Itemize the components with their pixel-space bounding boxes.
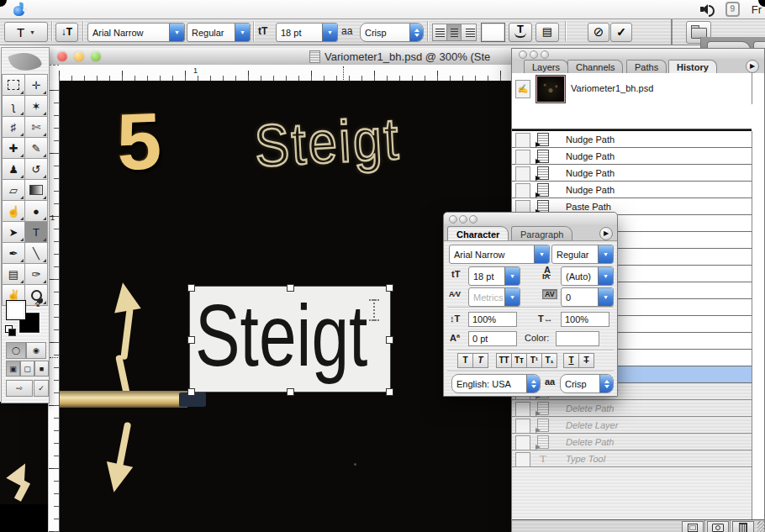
commit-edits-button[interactable]: ✓ [610, 23, 632, 42]
palette-menu-button[interactable]: ▶ [746, 60, 759, 73]
transform-handle[interactable] [386, 336, 393, 344]
leading-select[interactable]: (Auto)▼ [561, 266, 614, 286]
dropdown-arrow-icon[interactable]: ▼ [534, 245, 549, 263]
font-style-select[interactable]: Regular▼ [187, 23, 251, 42]
history-state-17[interactable]: T Delete Layer [512, 417, 752, 434]
tool-rectangular-marquee[interactable] [2, 74, 25, 96]
apple-menu-icon[interactable] [13, 3, 25, 16]
horizontal-scale-field[interactable]: 100% [561, 312, 609, 327]
faux-bold-button[interactable]: T [457, 353, 473, 368]
standard-mode-button[interactable]: ◯ [6, 342, 26, 359]
default-colors-icon[interactable] [5, 325, 15, 335]
all-caps-button[interactable]: TT [496, 353, 512, 368]
vertical-scale-field[interactable]: 100% [468, 312, 517, 327]
warp-text-button[interactable]: T [509, 23, 532, 42]
tool-clone-stamp[interactable]: ♟ [2, 158, 25, 180]
dropdown-arrow-icon[interactable]: ▼ [169, 24, 184, 41]
foreground-color-swatch[interactable] [6, 300, 26, 320]
type-edit-selection[interactable]: Steigt [190, 287, 390, 392]
vertical-ruler[interactable]: 1 [49, 81, 60, 532]
history-brush-well[interactable] [515, 452, 530, 467]
small-caps-button[interactable]: Tᴛ [511, 353, 527, 368]
tool-preset-picker[interactable]: T▼ [4, 22, 48, 42]
palette-menu-button[interactable]: ▶ [599, 227, 613, 240]
fullscreen-menubar-button[interactable]: ▢ [20, 361, 34, 377]
antialias-select[interactable]: Crisp [560, 374, 614, 393]
stepper-icon[interactable] [409, 24, 423, 41]
history-state-16[interactable]: T Delete Path [512, 400, 752, 417]
history-snapshot-row[interactable]: ✍ Variometer1_bh.psd [512, 73, 752, 104]
minimize-button[interactable] [459, 215, 467, 224]
history-state-2[interactable]: T Nudge Path [512, 165, 752, 182]
faux-italic-button[interactable]: T [472, 353, 488, 368]
tool-move[interactable]: ✛ [24, 74, 48, 96]
dropdown-arrow-icon[interactable]: ▼ [235, 24, 250, 41]
dropdown-arrow-icon[interactable]: ▼ [504, 288, 520, 306]
transform-handle[interactable] [187, 388, 195, 396]
history-brush-well[interactable] [515, 402, 530, 417]
standard-screen-button[interactable]: ▣ [6, 361, 20, 377]
tool-gradient[interactable] [24, 179, 48, 201]
history-brush-well[interactable] [515, 150, 530, 165]
transform-handle[interactable] [386, 388, 393, 396]
stepper-icon[interactable] [599, 375, 613, 392]
tab-channels[interactable]: Channels [567, 60, 623, 73]
language-select[interactable]: English: USA [451, 374, 541, 393]
tab-layers[interactable]: Layers [524, 60, 568, 73]
tab-paths[interactable]: Paths [626, 60, 667, 73]
tool-eraser[interactable]: ▱ [2, 179, 25, 201]
cancel-edits-button[interactable]: ⊘ [588, 23, 609, 42]
dropdown-arrow-icon[interactable]: ▼ [598, 267, 613, 285]
tool-crop[interactable]: ♯ [2, 116, 25, 138]
history-state-0[interactable]: T Nudge Path [512, 131, 752, 148]
kerning-select[interactable]: Metrics▼ [468, 287, 520, 307]
tool-pen[interactable]: ✒ [2, 242, 25, 264]
toggle-palettes-button[interactable]: ▤ [536, 23, 559, 42]
tool-path-selection[interactable]: ➤ [2, 221, 25, 243]
quick-mask-button[interactable]: ◉ [26, 342, 46, 359]
close-button[interactable] [57, 51, 67, 61]
snapshot-thumbnail[interactable] [536, 75, 566, 103]
dropdown-arrow-icon[interactable]: ▼ [322, 24, 337, 41]
history-brush-well[interactable] [515, 183, 530, 198]
history-brush-well[interactable] [515, 419, 530, 434]
palette-titlebar[interactable] [444, 213, 617, 225]
type-edit-text[interactable]: Steigt [195, 287, 367, 386]
text-orientation-button[interactable]: ↓T [55, 23, 78, 42]
tab-character[interactable]: Character [447, 226, 509, 240]
transform-handle[interactable] [287, 388, 294, 396]
history-state-19[interactable]: T Type Tool [512, 450, 752, 467]
superscript-button[interactable]: T¹ [526, 353, 542, 368]
fullscreen-button[interactable]: ■ [34, 361, 49, 377]
tool-lasso[interactable]: ʅ [2, 95, 25, 117]
tool-smudge[interactable]: ☝ [2, 200, 25, 222]
tool-notes[interactable]: ▤ [2, 263, 25, 285]
new-snapshot-button[interactable] [707, 521, 729, 532]
transform-handle[interactable] [187, 284, 195, 292]
tool-dodge[interactable]: ● [24, 200, 48, 222]
tab-paragraph[interactable]: Paragraph [511, 226, 572, 240]
dropdown-arrow-icon[interactable]: ▼ [598, 245, 613, 263]
history-state-1[interactable]: T Nudge Path [512, 148, 752, 165]
tab-history[interactable]: History [668, 60, 717, 73]
document-titlebar[interactable]: Variometer1_bh.psd @ 300% (Ste [49, 48, 517, 66]
text-color-swatch[interactable] [556, 331, 599, 346]
resize-grip[interactable] [757, 521, 765, 532]
jump-to-imageready-button[interactable]: ⇨ [6, 380, 33, 397]
horizontal-ruler[interactable]: 1 [59, 65, 517, 82]
delete-state-button[interactable] [732, 521, 754, 532]
stepper-icon[interactable] [526, 375, 540, 392]
baseline-shift-field[interactable]: 0 pt [468, 331, 517, 346]
tool-brush[interactable]: ✎ [24, 137, 48, 159]
align-right-button[interactable] [461, 24, 477, 41]
font-size-select[interactable]: 18 pt▼ [468, 266, 520, 286]
font-family-select[interactable]: Arial Narrow▼ [87, 23, 185, 42]
tracking-select[interactable]: 0▼ [561, 287, 614, 307]
antialias-select[interactable]: Crisp [360, 23, 424, 42]
new-document-from-state-button[interactable] [682, 521, 704, 532]
history-brush-well[interactable] [515, 435, 530, 450]
minimize-button[interactable] [530, 50, 538, 59]
history-brush-source-well[interactable]: ✍ [515, 80, 530, 98]
zoom-button[interactable] [91, 51, 101, 61]
history-brush-well[interactable] [515, 166, 530, 182]
